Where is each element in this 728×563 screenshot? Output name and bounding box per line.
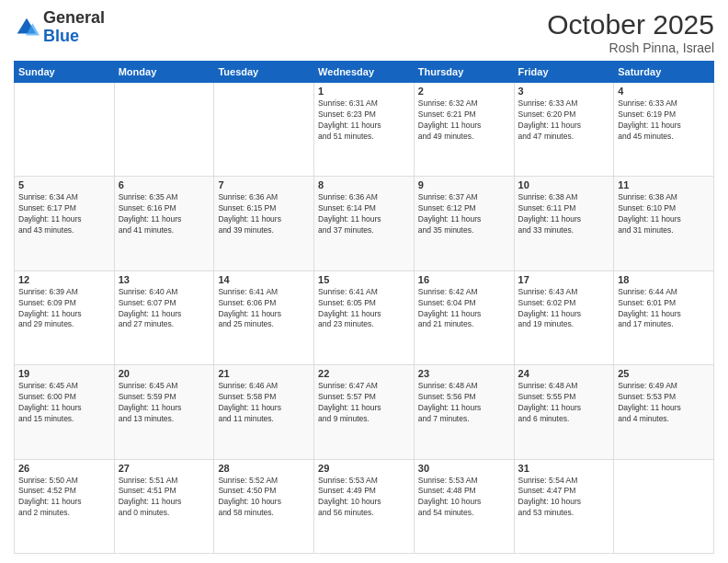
day-info: Sunrise: 6:31 AM Sunset: 6:23 PM Dayligh… (318, 98, 410, 143)
day-number: 2 (418, 86, 510, 97)
calendar-week-row: 1Sunrise: 6:31 AM Sunset: 6:23 PM Daylig… (15, 83, 714, 177)
location-subtitle: Rosh Pinna, Israel (547, 40, 714, 55)
table-row: 13Sunrise: 6:40 AM Sunset: 6:07 PM Dayli… (114, 270, 214, 364)
day-number: 5 (18, 179, 110, 190)
month-title: October 2025 (547, 9, 714, 40)
header-saturday: Saturday (614, 62, 714, 83)
day-number: 24 (518, 368, 610, 379)
table-row: 11Sunrise: 6:38 AM Sunset: 6:10 PM Dayli… (614, 177, 714, 270)
day-info: Sunrise: 6:47 AM Sunset: 5:57 PM Dayligh… (318, 381, 410, 425)
table-row: 3Sunrise: 6:33 AM Sunset: 6:20 PM Daylig… (514, 83, 614, 177)
day-info: Sunrise: 5:53 AM Sunset: 4:48 PM Dayligh… (418, 476, 510, 520)
day-info: Sunrise: 6:43 AM Sunset: 6:02 PM Dayligh… (518, 287, 610, 331)
day-info: Sunrise: 5:53 AM Sunset: 4:49 PM Dayligh… (318, 476, 410, 520)
table-row: 9Sunrise: 6:37 AM Sunset: 6:12 PM Daylig… (414, 177, 514, 270)
day-info: Sunrise: 6:36 AM Sunset: 6:14 PM Dayligh… (318, 192, 410, 236)
day-number: 15 (318, 274, 410, 285)
day-info: Sunrise: 6:45 AM Sunset: 6:00 PM Dayligh… (18, 381, 110, 425)
table-row: 28Sunrise: 5:52 AM Sunset: 4:50 PM Dayli… (214, 459, 314, 553)
header-tuesday: Tuesday (214, 62, 314, 83)
table-row: 15Sunrise: 6:41 AM Sunset: 6:05 PM Dayli… (314, 270, 415, 364)
days-header-row: Sunday Monday Tuesday Wednesday Thursday… (15, 62, 714, 83)
day-number: 19 (18, 368, 110, 379)
day-number: 12 (18, 274, 110, 285)
table-row: 14Sunrise: 6:41 AM Sunset: 6:06 PM Dayli… (214, 270, 314, 364)
day-number: 25 (618, 368, 710, 379)
day-number: 21 (218, 368, 310, 379)
day-info: Sunrise: 6:38 AM Sunset: 6:11 PM Dayligh… (518, 192, 610, 236)
day-number: 30 (418, 463, 510, 474)
table-row: 23Sunrise: 6:48 AM Sunset: 5:56 PM Dayli… (414, 365, 514, 459)
day-info: Sunrise: 6:37 AM Sunset: 6:12 PM Dayligh… (418, 192, 510, 236)
day-info: Sunrise: 6:48 AM Sunset: 5:56 PM Dayligh… (418, 381, 510, 425)
logo: General Blue (14, 9, 105, 46)
day-info: Sunrise: 6:42 AM Sunset: 6:04 PM Dayligh… (418, 287, 510, 331)
day-number: 14 (218, 274, 310, 285)
calendar-week-row: 5Sunrise: 6:34 AM Sunset: 6:17 PM Daylig… (15, 177, 714, 270)
header-monday: Monday (114, 62, 214, 83)
table-row: 16Sunrise: 6:42 AM Sunset: 6:04 PM Dayli… (414, 270, 514, 364)
day-info: Sunrise: 5:51 AM Sunset: 4:51 PM Dayligh… (119, 476, 210, 520)
table-row (614, 459, 714, 553)
header-friday: Friday (514, 62, 614, 83)
table-row: 24Sunrise: 6:48 AM Sunset: 5:55 PM Dayli… (514, 365, 614, 459)
day-number: 4 (618, 86, 710, 97)
calendar-week-row: 12Sunrise: 6:39 AM Sunset: 6:09 PM Dayli… (15, 270, 714, 364)
table-row: 4Sunrise: 6:33 AM Sunset: 6:19 PM Daylig… (614, 83, 714, 177)
day-number: 13 (119, 274, 210, 285)
table-row: 26Sunrise: 5:50 AM Sunset: 4:52 PM Dayli… (15, 459, 115, 553)
table-row: 22Sunrise: 6:47 AM Sunset: 5:57 PM Dayli… (314, 365, 415, 459)
day-number: 3 (518, 86, 610, 97)
day-info: Sunrise: 6:44 AM Sunset: 6:01 PM Dayligh… (618, 287, 710, 331)
header-wednesday: Wednesday (314, 62, 415, 83)
day-info: Sunrise: 6:48 AM Sunset: 5:55 PM Dayligh… (518, 381, 610, 425)
day-number: 8 (318, 179, 410, 190)
table-row (15, 83, 115, 177)
logo-blue-text: Blue (43, 27, 79, 45)
header-sunday: Sunday (15, 62, 115, 83)
day-number: 23 (418, 368, 510, 379)
day-number: 28 (218, 463, 310, 474)
day-info: Sunrise: 6:34 AM Sunset: 6:17 PM Dayligh… (18, 192, 110, 236)
day-number: 17 (518, 274, 610, 285)
table-row: 8Sunrise: 6:36 AM Sunset: 6:14 PM Daylig… (314, 177, 415, 270)
table-row: 2Sunrise: 6:32 AM Sunset: 6:21 PM Daylig… (414, 83, 514, 177)
day-info: Sunrise: 6:39 AM Sunset: 6:09 PM Dayligh… (18, 287, 110, 331)
day-number: 31 (518, 463, 610, 474)
table-row: 20Sunrise: 6:45 AM Sunset: 5:59 PM Dayli… (114, 365, 214, 459)
day-number: 27 (119, 463, 210, 474)
day-number: 20 (119, 368, 210, 379)
table-row: 7Sunrise: 6:36 AM Sunset: 6:15 PM Daylig… (214, 177, 314, 270)
logo-general-text: General (43, 8, 105, 27)
day-number: 16 (418, 274, 510, 285)
header-thursday: Thursday (414, 62, 514, 83)
day-info: Sunrise: 6:41 AM Sunset: 6:06 PM Dayligh… (218, 287, 310, 331)
table-row: 21Sunrise: 6:46 AM Sunset: 5:58 PM Dayli… (214, 365, 314, 459)
day-info: Sunrise: 6:33 AM Sunset: 6:19 PM Dayligh… (618, 98, 710, 143)
header: General Blue October 2025 Rosh Pinna, Is… (14, 9, 714, 55)
day-info: Sunrise: 6:36 AM Sunset: 6:15 PM Dayligh… (218, 192, 310, 236)
table-row: 31Sunrise: 5:54 AM Sunset: 4:47 PM Dayli… (514, 459, 614, 553)
table-row: 18Sunrise: 6:44 AM Sunset: 6:01 PM Dayli… (614, 270, 714, 364)
day-number: 1 (318, 86, 410, 97)
table-row: 27Sunrise: 5:51 AM Sunset: 4:51 PM Dayli… (114, 459, 214, 553)
table-row: 6Sunrise: 6:35 AM Sunset: 6:16 PM Daylig… (114, 177, 214, 270)
day-number: 26 (18, 463, 110, 474)
day-info: Sunrise: 6:45 AM Sunset: 5:59 PM Dayligh… (119, 381, 210, 425)
day-number: 6 (119, 179, 210, 190)
day-number: 10 (518, 179, 610, 190)
page: General Blue October 2025 Rosh Pinna, Is… (0, 0, 728, 563)
title-block: October 2025 Rosh Pinna, Israel (547, 9, 714, 55)
day-info: Sunrise: 6:38 AM Sunset: 6:10 PM Dayligh… (618, 192, 710, 236)
day-info: Sunrise: 6:40 AM Sunset: 6:07 PM Dayligh… (119, 287, 210, 331)
day-info: Sunrise: 5:52 AM Sunset: 4:50 PM Dayligh… (218, 476, 310, 520)
day-info: Sunrise: 6:32 AM Sunset: 6:21 PM Dayligh… (418, 98, 510, 143)
logo-icon (14, 15, 40, 40)
day-number: 7 (218, 179, 310, 190)
table-row: 12Sunrise: 6:39 AM Sunset: 6:09 PM Dayli… (15, 270, 115, 364)
day-number: 11 (618, 179, 710, 190)
table-row: 19Sunrise: 6:45 AM Sunset: 6:00 PM Dayli… (15, 365, 115, 459)
day-info: Sunrise: 6:49 AM Sunset: 5:53 PM Dayligh… (618, 381, 710, 425)
day-number: 18 (618, 274, 710, 285)
day-info: Sunrise: 6:41 AM Sunset: 6:05 PM Dayligh… (318, 287, 410, 331)
